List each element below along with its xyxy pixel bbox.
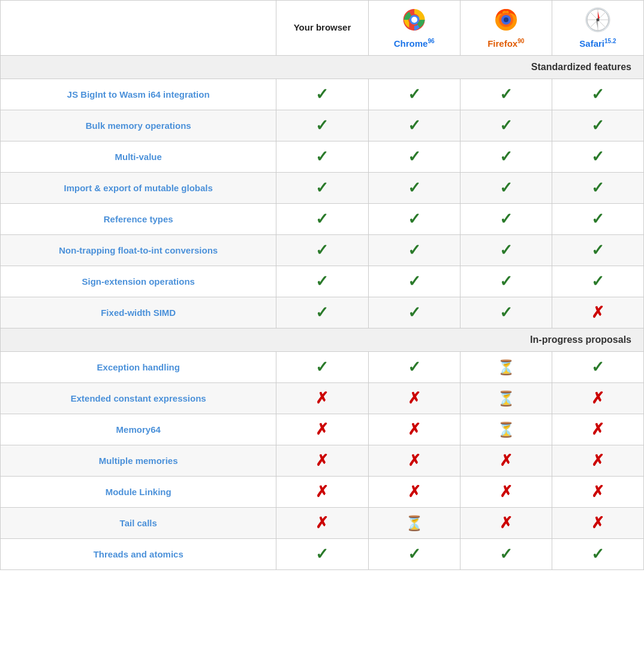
check-icon: ✓ (408, 358, 421, 376)
check-icon: ✓ (591, 179, 604, 197)
hourglass-icon: ⏳ (497, 390, 515, 406)
firefox-cell: ✓ (460, 539, 552, 570)
safari-cell: ✗ (552, 414, 643, 445)
check-icon: ✓ (315, 358, 329, 376)
cross-icon: ✗ (315, 389, 329, 407)
section-title-0: Standardized features (1, 56, 644, 79)
safari-cell: ✗ (552, 445, 643, 477)
feature-name: Extended constant expressions (1, 383, 276, 414)
feature-name: Import & export of mutable globals (1, 173, 276, 204)
table-row: Memory64 ✗ ✗ ⏳ ✗ (1, 414, 644, 445)
cross-icon: ✗ (315, 420, 329, 438)
cross-icon: ✗ (591, 483, 604, 501)
chrome-cell: ✓ (368, 539, 460, 570)
check-icon: ✓ (499, 147, 513, 165)
your-browser-cell: ✓ (276, 141, 368, 173)
check-icon: ✓ (408, 85, 421, 103)
your-browser-cell: ✓ (276, 204, 368, 235)
firefox-name: Firefox90 (487, 38, 524, 49)
safari-icon (556, 7, 640, 35)
safari-cell: ✓ (552, 79, 643, 110)
check-icon: ✓ (408, 241, 421, 259)
cross-icon: ✗ (315, 514, 329, 532)
chrome-cell: ✗ (368, 383, 460, 414)
check-icon: ✓ (408, 147, 421, 165)
chrome-cell: ✗ (368, 445, 460, 477)
feature-name: Bulk memory operations (1, 110, 276, 141)
firefox-cell: ✓ (460, 79, 552, 110)
firefox-cell: ✓ (460, 297, 552, 328)
safari-cell: ✗ (552, 383, 643, 414)
your-browser-cell: ✓ (276, 235, 368, 266)
table-row: Module Linking ✗ ✗ ✗ ✗ (1, 477, 644, 508)
cross-icon: ✗ (499, 483, 513, 501)
firefox-cell: ✓ (460, 266, 552, 297)
chrome-cell: ✓ (368, 352, 460, 383)
firefox-cell: ✓ (460, 204, 552, 235)
check-icon: ✓ (499, 179, 513, 197)
safari-cell: ✓ (552, 110, 643, 141)
chrome-cell: ✗ (368, 477, 460, 508)
cross-icon: ✗ (408, 451, 421, 469)
section-title-1: In-progress proposals (1, 328, 644, 352)
check-icon: ✓ (315, 85, 329, 103)
your-browser-cell: ✓ (276, 297, 368, 328)
cross-icon: ✗ (591, 514, 604, 532)
feature-name: Multi-value (1, 141, 276, 173)
your-browser-cell: ✓ (276, 79, 368, 110)
feature-name: Exception handling (1, 352, 276, 383)
table-row: Multi-value ✓ ✓ ✓ ✓ (1, 141, 644, 173)
safari-cell: ✓ (552, 539, 643, 570)
firefox-cell: ✓ (460, 110, 552, 141)
chrome-cell: ✓ (368, 110, 460, 141)
check-icon: ✓ (591, 272, 604, 290)
check-icon: ✓ (408, 545, 421, 563)
check-icon: ✓ (315, 303, 329, 321)
check-icon: ✓ (315, 545, 329, 563)
check-icon: ✓ (408, 272, 421, 290)
your-browser-cell: ✓ (276, 266, 368, 297)
firefox-header: Firefox90 (460, 1, 552, 56)
hourglass-icon: ⏳ (497, 359, 515, 375)
firefox-cell: ✗ (460, 508, 552, 539)
table-row: Extended constant expressions ✗ ✗ ⏳ ✗ (1, 383, 644, 414)
firefox-cell: ✓ (460, 141, 552, 173)
svg-point-7 (504, 17, 508, 22)
check-icon: ✓ (499, 303, 513, 321)
your-browser-label: Your browser (280, 21, 364, 35)
cross-icon: ✗ (408, 389, 421, 407)
cross-icon: ✗ (315, 483, 329, 501)
safari-cell: ✗ (552, 477, 643, 508)
chrome-cell: ✓ (368, 266, 460, 297)
table-row: Fixed-width SIMD ✓ ✓ ✓ ✗ (1, 297, 644, 328)
svg-point-16 (596, 19, 599, 22)
chrome-cell: ✓ (368, 235, 460, 266)
firefox-cell: ⏳ (460, 414, 552, 445)
chrome-header: Chrome96 (368, 1, 460, 56)
hourglass-icon: ⏳ (405, 515, 423, 531)
cross-icon: ✗ (499, 514, 513, 532)
check-icon: ✓ (591, 241, 604, 259)
section-header-0: Standardized features (1, 56, 644, 79)
cross-icon: ✗ (315, 451, 329, 469)
table-row: Sign-extension operations ✓ ✓ ✓ ✓ (1, 266, 644, 297)
firefox-cell: ⏳ (460, 352, 552, 383)
table-row: Reference types ✓ ✓ ✓ ✓ (1, 204, 644, 235)
table-row: Bulk memory operations ✓ ✓ ✓ ✓ (1, 110, 644, 141)
check-icon: ✓ (591, 545, 604, 563)
check-icon: ✓ (315, 272, 329, 290)
check-icon: ✓ (591, 358, 604, 376)
chrome-cell: ✓ (368, 173, 460, 204)
check-icon: ✓ (408, 179, 421, 197)
table-row: JS BigInt to Wasm i64 integration ✓ ✓ ✓ … (1, 79, 644, 110)
cross-icon: ✗ (591, 389, 604, 407)
chrome-cell: ✓ (368, 79, 460, 110)
your-browser-cell: ✗ (276, 477, 368, 508)
chrome-cell: ⏳ (368, 508, 460, 539)
check-icon: ✓ (499, 241, 513, 259)
your-browser-cell: ✗ (276, 508, 368, 539)
check-icon: ✓ (499, 272, 513, 290)
section-header-1: In-progress proposals (1, 328, 644, 352)
check-icon: ✓ (591, 85, 604, 103)
feature-name: Reference types (1, 204, 276, 235)
